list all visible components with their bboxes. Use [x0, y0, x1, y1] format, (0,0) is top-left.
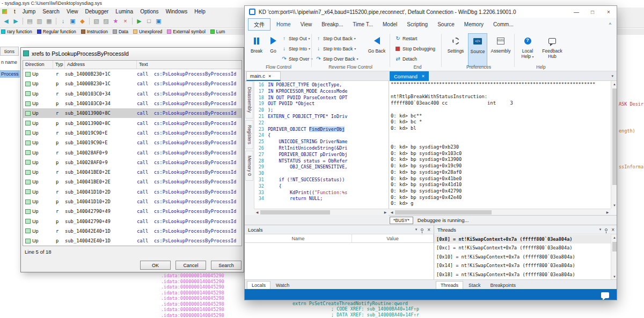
scrollbar-thumb[interactable]	[612, 88, 617, 185]
step-out-back-button[interactable]: ↑Step Out Back▾	[314, 34, 360, 43]
go-button[interactable]: Go	[266, 33, 280, 66]
ribbon-tab-command[interactable]: Comm...	[488, 19, 518, 29]
xref-row[interactable]: Uprsub_140028AF0+9call cs:PsLookupProces…	[23, 147, 241, 157]
chevron-up-icon[interactable]: ^	[609, 22, 611, 27]
source-button[interactable]: </> Source	[468, 33, 487, 66]
ribbon-tab-scripting[interactable]: Scripting	[402, 19, 433, 29]
windbg-titlebar[interactable]: KD 'com:port=\\.\pipe\win7_x64,baud=1152…	[245, 6, 617, 18]
menu-item-search[interactable]: Search	[42, 9, 60, 14]
step-over-button[interactable]: ↷Step Over▾	[280, 54, 313, 63]
side-tab-memory-0[interactable]: Memory 0	[245, 151, 253, 181]
tab-stack[interactable]: Stack	[464, 282, 485, 289]
command-v-scrollbar[interactable]: ▲ ▼	[611, 81, 617, 209]
threads-pane-header[interactable]: Threads ▾×	[434, 225, 617, 234]
xref-row[interactable]: Uprsub_140019C90+Ecall cs:PsLookupProces…	[23, 128, 241, 138]
minimize-button[interactable]: —	[568, 6, 584, 18]
xref-row[interactable]: Uprsub_140041D10+2Dcall cs:PsLookupProce…	[23, 187, 241, 197]
xref-row[interactable]: Uppsub_1400103C0+34call cs:PsLookupProce…	[23, 99, 241, 108]
scroll-right-icon[interactable]: ▶	[382, 210, 389, 214]
cancel-button[interactable]: Cancel	[175, 261, 206, 270]
ribbon-tab-view[interactable]: View	[296, 19, 317, 29]
ribbon-tab-source[interactable]: Source	[433, 19, 459, 29]
tab-command[interactable]: Command ×	[390, 71, 429, 81]
menu-item-options[interactable]: Options	[140, 9, 158, 14]
column-header-text[interactable]: Text	[137, 61, 241, 69]
stop-debugging-button[interactable]: Stop Debugging	[394, 44, 436, 53]
back-icon[interactable]: ◀	[2, 17, 11, 26]
xrefs-dialog-titlebar[interactable]: xrefs to PsLookupProcessByProcessId	[21, 48, 244, 59]
forward-icon[interactable]: ▶	[11, 17, 20, 26]
menu-item-help[interactable]: Help	[194, 9, 206, 14]
pane-menu-icon[interactable]: ▾	[611, 74, 613, 78]
scroll-left-icon[interactable]: ◀	[254, 210, 260, 214]
column-header-direction[interactable]: Direction	[23, 61, 53, 69]
ida-functions-selected-row[interactable]: Process	[0, 70, 20, 78]
menu-item-view[interactable]: View	[67, 9, 78, 14]
ribbon-tab-breakpoints[interactable]: Breakp...	[317, 19, 348, 29]
detach-button[interactable]: ⇄Detach	[394, 54, 436, 63]
lumina-icon[interactable]: ◆	[78, 17, 87, 26]
copy-icon[interactable]: ▤	[25, 17, 34, 26]
local-help-button[interactable]: ? Local Help ▾	[517, 33, 538, 66]
tab-locals[interactable]: Locals	[247, 281, 270, 289]
go-back-button[interactable]: Go Back	[367, 33, 386, 66]
debugger-icon[interactable]: ▣	[154, 17, 163, 26]
source-h-scrollbar[interactable]: ◀ ▶	[254, 209, 389, 215]
column-header-address[interactable]: Address	[65, 61, 137, 69]
maximize-button[interactable]: □	[584, 6, 601, 18]
ribbon-tab-memory[interactable]: Memory	[459, 19, 488, 29]
image-icon[interactable]: ▣	[68, 17, 77, 26]
ribbon-tab-time-travel[interactable]: Time T...	[348, 19, 378, 29]
thread-item[interactable]: [0x18] = nt!KiSwapContext+0x7a (fffff800…	[434, 270, 617, 279]
xref-row[interactable]: Uppsub_140019C90+Ecall cs:PsLookupProces…	[23, 138, 241, 147]
close-icon[interactable]: ×	[611, 227, 614, 233]
jump-icon[interactable]: ↓	[58, 17, 68, 26]
ribbon-tab-home[interactable]: Home	[272, 19, 296, 29]
scrollbar-thumb[interactable]	[612, 242, 617, 252]
settings-button[interactable]: Settings	[445, 33, 466, 66]
xref-row[interactable]: Uppsub_140042790+49call cs:PsLookupProce…	[23, 216, 241, 226]
xref-row[interactable]: Uppsub_140041D10+2Dcall cs:PsLookupProce…	[23, 197, 241, 206]
close-icon[interactable]: ×	[427, 227, 430, 233]
run-icon[interactable]: ▶	[135, 17, 144, 26]
xref-row[interactable]: Uppsub_140042E40+1Dcall cs:PsLookupProce…	[23, 236, 241, 246]
pin-icon[interactable]	[605, 228, 608, 231]
scroll-up-icon[interactable]: ▲	[613, 81, 616, 87]
xref-row[interactable]: Uprsub_140013900+8Ccall cs:PsLookupProce…	[23, 108, 241, 118]
pause-icon[interactable]: □	[144, 17, 153, 26]
locals-pane-header[interactable]: Locals ▾×	[245, 225, 434, 234]
chevron-down-icon[interactable]: ▾	[599, 227, 602, 232]
struct-icon[interactable]: ▧	[92, 17, 101, 26]
chevron-down-icon[interactable]: ▾	[415, 227, 418, 232]
chat-bubble-icon[interactable]	[601, 292, 609, 298]
side-tab-disassembly[interactable]: Disassembly	[245, 81, 253, 119]
search-button[interactable]: Search	[211, 261, 241, 270]
thread-item[interactable]: [0xc] = nt!KiSwapContext+0x7a (fffff800`…	[434, 243, 617, 252]
thread-item[interactable]: [0x8] = nt!KiSwapContext+0x7a (fffff800`…	[434, 235, 617, 243]
tab-main-c[interactable]: main.c ×	[246, 71, 281, 81]
close-icon[interactable]: ×	[268, 73, 271, 79]
xref-row[interactable]: Uprsub_14000B230+1Ccall cs:PsLookupProce…	[23, 69, 241, 79]
menu-item-windows[interactable]: Windows	[166, 9, 188, 14]
tab-watch[interactable]: Watch	[272, 282, 294, 289]
xref-row[interactable]: Uppsub_140041BE0+2Ecall cs:PsLookupProce…	[23, 177, 241, 187]
column-header-typ[interactable]: Typ	[53, 61, 65, 69]
threads-v-scrollbar[interactable]: ▲ ▼	[611, 234, 617, 280]
ida-functions-tab[interactable]: tions	[0, 47, 19, 56]
command-h-scrollbar[interactable]: ◀ ▶	[389, 209, 611, 215]
command-output[interactable]: ****************************************…	[389, 81, 611, 209]
scroll-right-icon[interactable]: ▶	[604, 210, 611, 214]
step-into-button[interactable]: ↓Step Into▾	[280, 44, 313, 53]
step-over-back-button[interactable]: ↷Step Over Back▾	[314, 54, 360, 63]
restart-button[interactable]: ↻Restart	[394, 34, 436, 43]
scroll-up-icon[interactable]: ▲	[613, 234, 616, 241]
tab-breakpoints[interactable]: Breakpoints	[486, 282, 521, 289]
close-icon[interactable]: ×	[422, 73, 425, 79]
column-header-value[interactable]: Value	[352, 234, 434, 242]
menu-item-debugger[interactable]: Debugger	[85, 9, 108, 14]
xref-row[interactable]: Uppsub_140028AF0+9call cs:PsLookupProces…	[23, 158, 241, 167]
menu-item-lumina[interactable]: Lumina	[115, 9, 133, 14]
scroll-down-icon[interactable]: ▼	[613, 202, 616, 209]
xref-row[interactable]: Uprsub_140042790+49call cs:PsLookupProce…	[23, 206, 241, 216]
xref-row[interactable]: Uprsub_140041BE0+2Ecall cs:PsLookupProce…	[23, 167, 241, 177]
